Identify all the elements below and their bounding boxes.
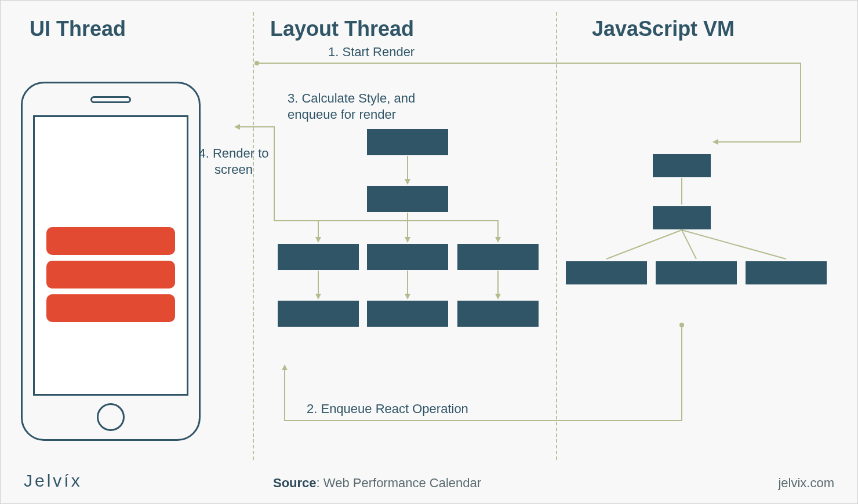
jsvm-node-l3-a xyxy=(566,261,647,284)
step-3-line2: enqueue for render xyxy=(288,107,396,122)
step-4-line1: 4. Render to xyxy=(198,146,268,160)
phone-device xyxy=(21,82,201,441)
ui-row-1 xyxy=(46,227,175,255)
jsvm-node-root xyxy=(653,154,711,177)
layout-node-level2 xyxy=(367,186,448,212)
divider-ui-layout xyxy=(253,12,254,460)
layout-node-l3-c xyxy=(457,244,539,270)
layout-node-l4-c xyxy=(457,301,539,327)
layout-node-l4-a xyxy=(278,301,359,327)
step-2-label: 2. Enqueue React Operation xyxy=(307,401,468,417)
heading-ui-thread: UI Thread xyxy=(30,17,126,41)
phone-speaker-icon xyxy=(90,96,131,103)
ui-row-3 xyxy=(46,294,175,322)
source-credit: Source: Web Performance Calendar xyxy=(273,476,481,491)
step-4-label: 4. Render to screen xyxy=(193,145,274,177)
step-4-line2: screen xyxy=(214,162,253,177)
svg-point-1 xyxy=(679,323,684,327)
jsvm-node-l3-b xyxy=(656,261,737,284)
site-link: jelvix.com xyxy=(778,476,834,491)
source-label: Source xyxy=(273,476,317,490)
layout-node-l3-b xyxy=(367,244,448,270)
brand-logo: Jelvíx xyxy=(24,471,82,491)
jsvm-node-level2 xyxy=(653,206,711,229)
layout-node-l4-b xyxy=(367,301,448,327)
layout-node-l3-a xyxy=(278,244,359,270)
heading-js-vm: JavaScript VM xyxy=(592,17,735,41)
heading-layout-thread: Layout Thread xyxy=(270,17,414,41)
ui-row-2 xyxy=(46,261,175,288)
home-button-icon xyxy=(97,403,125,431)
step-3-line1: 3. Calculate Style, and xyxy=(288,91,415,105)
divider-layout-jsvm xyxy=(556,12,557,460)
step-1-label: 1. Start Render xyxy=(328,44,415,60)
source-value: Web Performance Calendar xyxy=(323,476,481,490)
svg-point-0 xyxy=(255,61,259,65)
jsvm-node-l3-c xyxy=(746,261,827,284)
layout-node-root xyxy=(367,129,448,155)
phone-screen xyxy=(33,115,188,396)
step-3-label: 3. Calculate Style, and enqueue for rend… xyxy=(288,90,461,122)
